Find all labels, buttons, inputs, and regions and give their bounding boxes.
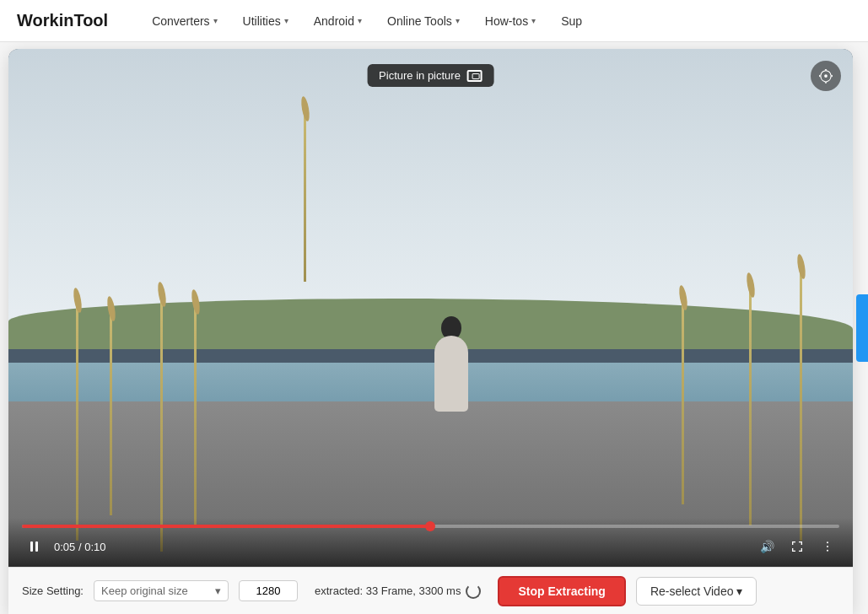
reed-8 — [304, 113, 306, 282]
reed-3 — [160, 299, 163, 552]
svg-point-1 — [827, 541, 828, 543]
person-body — [434, 336, 468, 412]
reselect-video-button[interactable]: Re-select Video ▾ — [636, 577, 757, 606]
page-background: Picture in picture — [0, 42, 868, 614]
brand-logo[interactable]: WorkinTool — [17, 11, 108, 30]
reed-7 — [682, 302, 684, 504]
chevron-down-icon: ▾ — [215, 584, 221, 597]
pip-tooltip: Picture in picture — [367, 64, 494, 87]
chevron-down-icon: ▾ — [284, 16, 288, 25]
pause-icon — [30, 541, 38, 552]
reed-6 — [749, 289, 752, 525]
reed-2 — [110, 313, 112, 515]
video-modal: Picture in picture — [8, 49, 853, 614]
bottom-toolbar: Size Setting: Keep original size ▾ extra… — [8, 567, 853, 614]
controls-right: 🔊 — [755, 535, 839, 558]
progress-fill — [22, 525, 431, 528]
stop-extracting-button[interactable]: Stop Extracting — [498, 576, 625, 606]
nav-how-tos[interactable]: How-tos ▾ — [475, 9, 546, 33]
pause-button[interactable] — [22, 535, 46, 558]
volume-button[interactable]: 🔊 — [755, 535, 779, 558]
size-value-input[interactable] — [239, 580, 298, 601]
chevron-down-icon: ▾ — [456, 16, 460, 25]
side-collapse-button[interactable] — [856, 294, 868, 362]
size-select-dropdown[interactable]: Keep original size ▾ — [94, 580, 229, 601]
fullscreen-button[interactable] — [785, 535, 809, 558]
size-setting-label: Size Setting: — [22, 584, 84, 597]
chevron-down-icon: ▾ — [736, 584, 742, 598]
controls-row: 0:05 / 0:10 🔊 — [22, 535, 839, 558]
navbar: WorkinTool Converters ▾ Utilities ▾ Andr… — [0, 0, 868, 42]
reed-5 — [800, 271, 802, 541]
chevron-down-icon: ▾ — [213, 16, 218, 25]
chevron-down-icon: ▾ — [358, 16, 362, 25]
nav-android[interactable]: Android ▾ — [304, 9, 372, 33]
svg-point-3 — [827, 550, 828, 552]
reed-1 — [76, 304, 78, 541]
settings-button[interactable] — [811, 61, 841, 91]
reed-4 — [194, 306, 197, 525]
settings-icon — [818, 68, 833, 83]
refresh-icon — [466, 584, 481, 599]
nav-links: Converters ▾ Utilities ▾ Android ▾ Onlin… — [142, 9, 592, 33]
scene-person — [426, 310, 477, 412]
time-display: 0:05 / 0:10 — [54, 541, 105, 553]
volume-icon: 🔊 — [760, 540, 774, 553]
nav-converters[interactable]: Converters ▾ — [142, 9, 227, 33]
pip-icon — [467, 70, 483, 82]
nav-sup[interactable]: Sup — [551, 9, 592, 33]
extracted-info: extracted: 33 Frame, 3300 ms — [315, 584, 481, 599]
video-scene — [8, 49, 853, 567]
more-options-button[interactable] — [816, 535, 839, 558]
svg-point-2 — [827, 546, 828, 547]
nav-online-tools[interactable]: Online Tools ▾ — [377, 9, 470, 33]
more-icon — [821, 540, 834, 553]
chevron-down-icon: ▾ — [531, 16, 536, 25]
video-controls: 0:05 / 0:10 🔊 — [8, 518, 853, 567]
fullscreen-icon — [790, 540, 804, 553]
video-player: Picture in picture — [8, 49, 853, 567]
progress-bar[interactable] — [22, 525, 839, 528]
svg-point-0 — [824, 74, 828, 78]
nav-utilities[interactable]: Utilities ▾ — [233, 9, 299, 33]
